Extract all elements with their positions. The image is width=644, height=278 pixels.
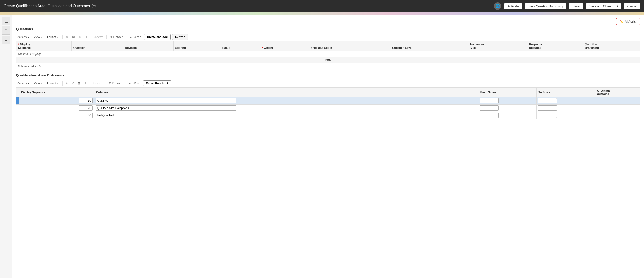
cancel-button[interactable]: Cancel — [624, 3, 640, 9]
save-and-close-button[interactable]: Save and Close — [586, 3, 614, 9]
detach-label: Detach — [113, 35, 123, 39]
outcomes-detach-icon: ⧉ — [109, 81, 112, 85]
outcomes-freeze-label: Freeze — [92, 81, 103, 85]
col-revision: Revision — [123, 41, 173, 51]
outcomes-actions-menu[interactable]: Actions ▼ — [16, 81, 31, 86]
outcomes-freeze-btn[interactable]: Freeze — [91, 81, 104, 86]
outcomes-add-btn[interactable]: + — [64, 81, 69, 86]
globe-icon: 🌐 — [494, 2, 502, 10]
col-to-score: To Score — [536, 88, 595, 97]
outcomes-table-row — [16, 97, 640, 105]
outcomes-format-menu[interactable]: Format ▼ — [46, 81, 60, 86]
outcome-from-score-input[interactable] — [480, 105, 498, 111]
page-title: Create Qualification Area: Questions and… — [4, 4, 491, 8]
outcome-text-input[interactable] — [96, 105, 236, 111]
outcomes-view-menu[interactable]: View ▼ — [32, 81, 44, 86]
outcomes-detach-btn[interactable]: ⧉ Detach — [108, 81, 124, 86]
outcomes-wrap-label: Wrap — [133, 81, 140, 85]
export-icon-btn[interactable]: ⤴ — [84, 34, 88, 40]
outcome-text-input[interactable] — [96, 113, 236, 118]
set-as-knockout-button[interactable]: Set as Knockout — [143, 80, 171, 86]
outcome-to-score-cell — [536, 105, 595, 112]
outcomes-header-row: Display Sequence Outcome From Score To S… — [16, 88, 640, 97]
main-content: ☰ ? ≡ ✏️ AI Assist Questions Actions ▼ V… — [0, 15, 644, 278]
save-and-close-dropdown[interactable]: ▼ — [614, 3, 621, 9]
sidebar-icon-list[interactable]: ☰ — [2, 17, 10, 25]
questions-section: Questions Actions ▼ View ▼ Format ▼ ✕ ⊞ — [16, 27, 640, 68]
outcomes-separator-4 — [126, 81, 126, 86]
outcomes-wrap-btn[interactable]: ↵ Wrap — [128, 81, 142, 86]
outcome-from-score-cell — [478, 112, 536, 119]
outcome-from-score-input[interactable] — [480, 113, 498, 118]
create-and-add-button[interactable]: Create and Add — [144, 34, 171, 40]
columns-hidden-label: Columns Hidden 5 — [16, 64, 640, 68]
ai-assist-button[interactable]: ✏️ AI Assist — [616, 18, 640, 25]
outcome-to-score-input[interactable] — [538, 113, 557, 118]
outcome-to-score-cell — [536, 112, 595, 119]
col-response-required: ResponseRequired — [527, 41, 583, 51]
page-header: Create Qualification Area: Questions and… — [0, 0, 644, 12]
ai-assist-wrapper: ✏️ AI Assist — [16, 18, 640, 25]
wrap-icon-btn[interactable]: ↵ Wrap — [129, 34, 142, 40]
questions-no-data-row: No data to display. — [16, 51, 640, 57]
col-scoring: Scoring — [173, 41, 220, 51]
col-outcomes-outcome: Outcome — [94, 88, 478, 97]
outcomes-separator-2 — [89, 81, 89, 86]
questions-section-title: Questions — [16, 27, 640, 31]
outcome-to-score-input[interactable] — [538, 105, 557, 111]
outcomes-table-row — [16, 105, 640, 112]
view-label: View — [34, 35, 40, 39]
activate-button[interactable]: Activate — [504, 3, 522, 9]
questions-view-menu[interactable]: View ▼ — [32, 35, 44, 39]
view-question-branching-button[interactable]: View Question Branching — [525, 3, 566, 9]
freeze-icon-btn[interactable]: Freeze — [92, 34, 105, 40]
col-question-branching: QuestionBranching — [583, 41, 640, 51]
save-and-close-group: Save and Close ▼ — [586, 3, 621, 9]
outcome-knockout-cell — [595, 105, 640, 112]
total-label: Total — [16, 57, 640, 63]
delete-icon-btn[interactable]: ✕ — [64, 34, 70, 40]
outcomes-delete-btn[interactable]: ✕ — [70, 81, 75, 86]
outcomes-move-rows-btn[interactable]: ⊞ — [77, 81, 82, 86]
outcome-knockout-cell — [595, 97, 640, 105]
outcome-seq-input[interactable] — [78, 105, 93, 111]
row-indicator-cell — [16, 105, 19, 112]
outcome-seq-cell — [19, 97, 94, 105]
help-icon[interactable]: ? — [92, 4, 96, 8]
outcome-from-score-input[interactable] — [480, 98, 498, 103]
outcome-text-cell — [94, 105, 478, 112]
sidebar-icon-detail[interactable]: ≡ — [2, 36, 10, 44]
outcome-seq-input[interactable] — [78, 98, 93, 103]
col-question: Question — [71, 41, 123, 51]
save-button[interactable]: Save — [569, 3, 583, 9]
questions-toolbar: Actions ▼ View ▼ Format ▼ ✕ ⊞ ⊟ ⤴ Fr — [16, 33, 640, 41]
separator-2 — [90, 35, 90, 39]
row-indicator-cell — [16, 112, 19, 119]
col-from-score: From Score — [478, 88, 536, 97]
row-indicator-cell — [16, 97, 19, 105]
duplicate-icon-btn[interactable]: ⊟ — [78, 34, 83, 40]
detach-icon-btn[interactable]: ⧉ Detach — [108, 34, 124, 40]
outcome-knockout-cell — [595, 112, 640, 119]
questions-total-row: Total — [16, 57, 640, 63]
outcomes-separator-3 — [106, 81, 106, 86]
detach-icon: ⧉ — [110, 35, 112, 39]
title-text: Create Qualification Area: Questions and… — [4, 4, 90, 8]
refresh-button[interactable]: Refresh — [172, 34, 188, 40]
questions-actions-menu[interactable]: Actions ▼ — [16, 35, 31, 39]
col-weight: Weight — [260, 41, 308, 51]
questions-format-menu[interactable]: Format ▼ — [46, 35, 60, 39]
outcome-to-score-input[interactable] — [538, 98, 557, 103]
col-knockout-score: Knockout Score — [308, 41, 390, 51]
outcome-seq-cell — [19, 112, 94, 119]
outcomes-format-label: Format — [47, 82, 56, 85]
outcomes-actions-label: Actions — [17, 82, 26, 85]
questions-table: DisplaySequence Question Revision Scorin… — [16, 41, 640, 63]
outcome-seq-input[interactable] — [78, 113, 93, 118]
outcome-text-input[interactable] — [96, 98, 236, 103]
move-rows-icon-btn[interactable]: ⊞ — [71, 34, 76, 40]
wrap-label: Wrap — [134, 35, 142, 39]
sidebar-icon-question[interactable]: ? — [2, 26, 10, 35]
left-sidebar: ☰ ? ≡ — [0, 15, 12, 278]
outcomes-export-btn[interactable]: ⤴ — [83, 81, 87, 86]
